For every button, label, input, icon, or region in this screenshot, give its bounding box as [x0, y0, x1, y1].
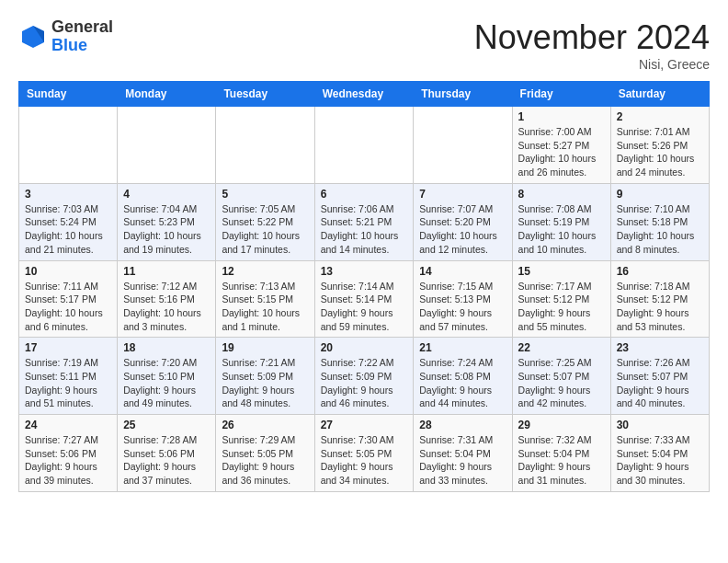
day-info: Sunrise: 7:33 AMSunset: 5:04 PMDaylight:…	[617, 433, 703, 488]
calendar-cell: 4Sunrise: 7:04 AMSunset: 5:23 PMDaylight…	[118, 183, 216, 260]
day-info: Sunrise: 7:01 AMSunset: 5:26 PMDaylight:…	[617, 125, 703, 179]
day-number: 20	[321, 341, 408, 354]
calendar-cell: 14Sunrise: 7:15 AMSunset: 5:13 PMDayligh…	[414, 260, 512, 338]
calendar-cell: 2Sunrise: 7:01 AMSunset: 5:26 PMDaylight…	[610, 107, 709, 184]
calendar-cell: 7Sunrise: 7:07 AMSunset: 5:20 PMDaylight…	[414, 183, 512, 260]
day-info: Sunrise: 7:00 AMSunset: 5:27 PMDaylight:…	[518, 125, 605, 179]
calendar: SundayMondayTuesdayWednesdayThursdayFrid…	[18, 81, 710, 492]
calendar-week-row: 24Sunrise: 7:27 AMSunset: 5:06 PMDayligh…	[19, 415, 710, 492]
day-info: Sunrise: 7:07 AMSunset: 5:20 PMDaylight:…	[419, 202, 506, 257]
day-number: 24	[25, 419, 111, 431]
weekday-header: Tuesday	[216, 82, 314, 107]
calendar-week-row: 3Sunrise: 7:03 AMSunset: 5:24 PMDaylight…	[19, 183, 710, 260]
day-info: Sunrise: 7:28 AMSunset: 5:06 PMDaylight:…	[123, 433, 210, 488]
weekday-header: Thursday	[414, 82, 512, 107]
day-info: Sunrise: 7:25 AMSunset: 5:07 PMDaylight:…	[518, 356, 605, 410]
calendar-cell: 5Sunrise: 7:05 AMSunset: 5:22 PMDaylight…	[216, 183, 314, 260]
location: Nisi, Greece	[474, 57, 710, 72]
calendar-cell	[314, 107, 414, 184]
day-info: Sunrise: 7:05 AMSunset: 5:22 PMDaylight:…	[222, 202, 308, 257]
day-number: 9	[617, 188, 703, 201]
day-info: Sunrise: 7:17 AMSunset: 5:12 PMDaylight:…	[518, 280, 605, 334]
weekday-header: Saturday	[610, 82, 709, 107]
calendar-cell: 3Sunrise: 7:03 AMSunset: 5:24 PMDaylight…	[19, 183, 118, 260]
calendar-cell: 13Sunrise: 7:14 AMSunset: 5:14 PMDayligh…	[314, 260, 414, 338]
calendar-cell	[216, 107, 314, 184]
day-number: 22	[518, 341, 605, 354]
calendar-cell: 28Sunrise: 7:31 AMSunset: 5:04 PMDayligh…	[414, 415, 512, 492]
day-number: 10	[25, 265, 111, 278]
calendar-cell: 18Sunrise: 7:20 AMSunset: 5:10 PMDayligh…	[118, 338, 216, 415]
calendar-cell: 20Sunrise: 7:22 AMSunset: 5:09 PMDayligh…	[314, 338, 414, 415]
day-number: 3	[25, 188, 111, 201]
calendar-cell: 30Sunrise: 7:33 AMSunset: 5:04 PMDayligh…	[610, 415, 709, 492]
weekday-header: Monday	[118, 82, 216, 107]
day-number: 15	[518, 265, 605, 278]
day-info: Sunrise: 7:18 AMSunset: 5:12 PMDaylight:…	[617, 280, 703, 334]
day-info: Sunrise: 7:20 AMSunset: 5:10 PMDaylight:…	[123, 356, 210, 410]
calendar-cell: 22Sunrise: 7:25 AMSunset: 5:07 PMDayligh…	[512, 338, 610, 415]
calendar-cell: 23Sunrise: 7:26 AMSunset: 5:07 PMDayligh…	[610, 338, 709, 415]
weekday-header: Wednesday	[314, 82, 414, 107]
calendar-cell	[414, 107, 512, 184]
day-info: Sunrise: 7:19 AMSunset: 5:11 PMDaylight:…	[25, 356, 111, 410]
day-info: Sunrise: 7:15 AMSunset: 5:13 PMDaylight:…	[419, 280, 506, 334]
weekday-header: Sunday	[19, 82, 118, 107]
day-number: 28	[419, 419, 506, 431]
day-info: Sunrise: 7:24 AMSunset: 5:08 PMDaylight:…	[419, 356, 506, 410]
day-number: 21	[419, 341, 506, 354]
day-info: Sunrise: 7:21 AMSunset: 5:09 PMDaylight:…	[222, 356, 308, 410]
calendar-cell: 8Sunrise: 7:08 AMSunset: 5:19 PMDaylight…	[512, 183, 610, 260]
calendar-cell: 12Sunrise: 7:13 AMSunset: 5:15 PMDayligh…	[216, 260, 314, 338]
day-number: 12	[222, 265, 308, 278]
day-number: 6	[321, 188, 408, 201]
calendar-week-row: 10Sunrise: 7:11 AMSunset: 5:17 PMDayligh…	[19, 260, 710, 338]
day-info: Sunrise: 7:22 AMSunset: 5:09 PMDaylight:…	[321, 356, 408, 410]
day-info: Sunrise: 7:04 AMSunset: 5:23 PMDaylight:…	[123, 202, 210, 257]
day-number: 14	[419, 265, 506, 278]
day-number: 7	[419, 188, 506, 201]
calendar-week-row: 1Sunrise: 7:00 AMSunset: 5:27 PMDaylight…	[19, 107, 710, 184]
day-number: 25	[123, 419, 210, 431]
calendar-cell: 16Sunrise: 7:18 AMSunset: 5:12 PMDayligh…	[610, 260, 709, 338]
day-info: Sunrise: 7:29 AMSunset: 5:05 PMDaylight:…	[222, 433, 308, 488]
calendar-cell: 1Sunrise: 7:00 AMSunset: 5:27 PMDaylight…	[512, 107, 610, 184]
day-info: Sunrise: 7:32 AMSunset: 5:04 PMDaylight:…	[518, 433, 605, 488]
calendar-cell	[19, 107, 118, 184]
day-number: 16	[617, 265, 703, 278]
title-block: November 2024 Nisi, Greece	[474, 18, 710, 72]
calendar-cell: 17Sunrise: 7:19 AMSunset: 5:11 PMDayligh…	[19, 338, 118, 415]
calendar-week-row: 17Sunrise: 7:19 AMSunset: 5:11 PMDayligh…	[19, 338, 710, 415]
day-number: 19	[222, 341, 308, 354]
day-info: Sunrise: 7:31 AMSunset: 5:04 PMDaylight:…	[419, 433, 506, 488]
day-info: Sunrise: 7:26 AMSunset: 5:07 PMDaylight:…	[617, 356, 703, 410]
day-number: 18	[123, 341, 210, 354]
day-number: 26	[222, 419, 308, 431]
calendar-body: 1Sunrise: 7:00 AMSunset: 5:27 PMDaylight…	[19, 107, 710, 492]
day-info: Sunrise: 7:11 AMSunset: 5:17 PMDaylight:…	[25, 280, 111, 334]
calendar-cell: 29Sunrise: 7:32 AMSunset: 5:04 PMDayligh…	[512, 415, 610, 492]
day-info: Sunrise: 7:10 AMSunset: 5:18 PMDaylight:…	[617, 202, 703, 257]
weekday-row: SundayMondayTuesdayWednesdayThursdayFrid…	[19, 82, 710, 107]
day-number: 5	[222, 188, 308, 201]
day-info: Sunrise: 7:08 AMSunset: 5:19 PMDaylight:…	[518, 202, 605, 257]
day-info: Sunrise: 7:14 AMSunset: 5:14 PMDaylight:…	[321, 280, 408, 334]
day-number: 29	[518, 419, 605, 431]
calendar-cell: 11Sunrise: 7:12 AMSunset: 5:16 PMDayligh…	[118, 260, 216, 338]
day-info: Sunrise: 7:03 AMSunset: 5:24 PMDaylight:…	[25, 202, 111, 257]
calendar-cell: 21Sunrise: 7:24 AMSunset: 5:08 PMDayligh…	[414, 338, 512, 415]
day-number: 30	[617, 419, 703, 431]
calendar-cell: 25Sunrise: 7:28 AMSunset: 5:06 PMDayligh…	[118, 415, 216, 492]
logo: General Blue	[18, 18, 113, 55]
day-info: Sunrise: 7:06 AMSunset: 5:21 PMDaylight:…	[321, 202, 408, 257]
day-number: 8	[518, 188, 605, 201]
day-number: 2	[617, 110, 703, 123]
day-number: 11	[123, 265, 210, 278]
day-number: 4	[123, 188, 210, 201]
day-info: Sunrise: 7:12 AMSunset: 5:16 PMDaylight:…	[123, 280, 210, 334]
logo-general: General	[51, 18, 113, 37]
calendar-cell: 9Sunrise: 7:10 AMSunset: 5:18 PMDaylight…	[610, 183, 709, 260]
calendar-cell	[118, 107, 216, 184]
month-title: November 2024	[474, 18, 710, 57]
logo-icon	[18, 22, 48, 52]
